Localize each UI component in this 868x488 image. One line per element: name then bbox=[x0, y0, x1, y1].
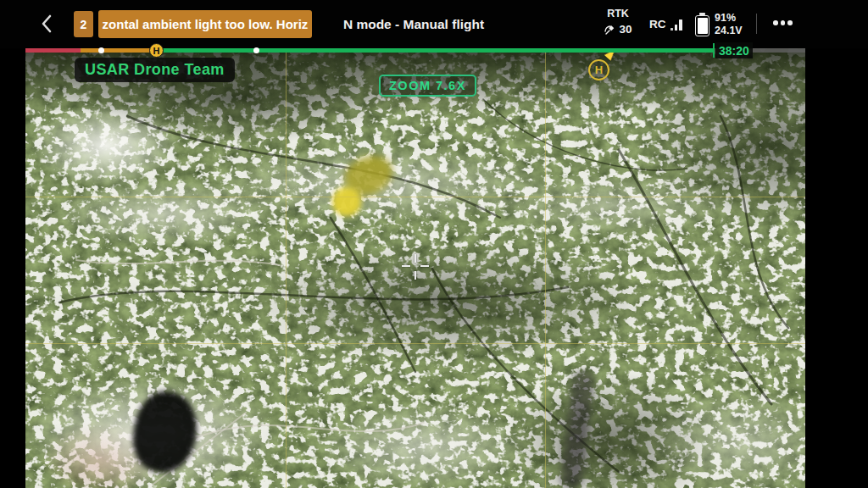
ellipsis-icon bbox=[773, 20, 778, 25]
warning-message-button[interactable]: zontal ambient light too low. Horiz bbox=[98, 10, 312, 38]
zoom-level-badge[interactable]: ZOOM 7.6X bbox=[379, 75, 476, 97]
battery-status[interactable]: 91% 24.1V bbox=[695, 12, 743, 37]
warning-count-badge[interactable]: 2 bbox=[74, 11, 93, 37]
more-options-button[interactable] bbox=[773, 20, 793, 25]
top-status-bar: 2 zontal ambient light too low. Horiz N … bbox=[0, 0, 868, 48]
rtk-satellite-count: 30 bbox=[619, 23, 632, 36]
time-remaining-label: 38:20 bbox=[715, 42, 753, 58]
yellow-jacket-subject bbox=[332, 155, 397, 218]
bar-segment-remainder bbox=[749, 48, 805, 53]
battery-icon bbox=[695, 13, 709, 36]
grid-vertical-left bbox=[286, 48, 287, 488]
bar-segment-low bbox=[81, 48, 159, 53]
rtk-label: RTK bbox=[593, 8, 643, 20]
rc-label: RC bbox=[649, 18, 666, 30]
rc-signal-status[interactable]: RC bbox=[649, 18, 682, 30]
signal-bars-icon bbox=[670, 19, 682, 30]
battery-voltage: 24.1V bbox=[715, 25, 743, 37]
time-cursor-tick bbox=[713, 43, 715, 58]
satellite-icon bbox=[604, 24, 615, 36]
team-label: USAR Drone Team bbox=[75, 58, 235, 82]
grid-horizontal-top bbox=[25, 197, 805, 197]
home-point-marker: H bbox=[588, 59, 609, 80]
topbar-divider bbox=[756, 14, 757, 34]
battery-percent: 91% bbox=[715, 12, 743, 25]
grid-horizontal-bottom bbox=[25, 343, 805, 344]
grid-vertical-right bbox=[545, 48, 546, 488]
bar-home-marker: H bbox=[149, 43, 164, 58]
flight-time-bar: H 38:20 bbox=[25, 48, 805, 53]
rtk-status[interactable]: RTK 30 bbox=[593, 8, 643, 36]
bar-segment-critical bbox=[25, 48, 81, 53]
camera-feed[interactable]: USAR Drone Team ZOOM 7.6X H bbox=[25, 48, 805, 488]
subject-bright-spot bbox=[332, 187, 361, 216]
dji-pilot-app: USAR Drone Team ZOOM 7.6X H H 38:20 2 zo… bbox=[0, 0, 868, 488]
bar-segment-safe bbox=[159, 48, 714, 53]
back-button[interactable] bbox=[36, 12, 59, 36]
chevron-left-icon bbox=[36, 12, 59, 36]
bar-marker-dot-2 bbox=[253, 47, 259, 53]
bar-marker-dot-1 bbox=[98, 47, 104, 53]
flight-mode-label: N mode - Manual flight bbox=[332, 0, 495, 48]
